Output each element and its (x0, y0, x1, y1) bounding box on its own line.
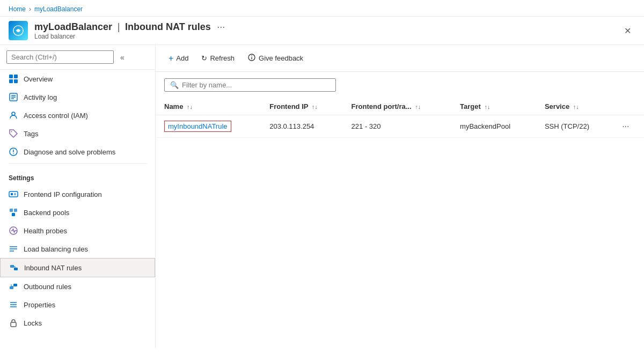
filter-input[interactable] (182, 81, 330, 89)
svg-point-1 (17, 29, 20, 32)
inbound-nat-icon (9, 263, 19, 272)
sidebar-item-diagnose-label: Diagnose and solve problems (24, 148, 115, 156)
activity-icon (9, 92, 18, 102)
sidebar-item-health-probes-label: Health probes (24, 227, 67, 235)
sidebar-item-locks-label: Locks (24, 319, 42, 327)
sidebar-item-inbound-nat[interactable]: Inbound NAT rules (0, 258, 155, 277)
sidebar-item-overview[interactable]: Overview (0, 70, 155, 88)
breadcrumb-home[interactable]: Home (9, 5, 26, 13)
table-body: myInboundNATrule 203.0.113.254 221 - 320… (156, 115, 644, 138)
sidebar-item-overview-label: Overview (24, 75, 53, 83)
access-icon (9, 110, 18, 120)
svg-rect-20 (12, 213, 15, 216)
breadcrumb-bar: Home › myLoadBalancer (0, 0, 644, 17)
nat-rule-link[interactable]: myInboundNATrule (164, 121, 231, 132)
svg-rect-16 (11, 193, 13, 195)
collapse-button[interactable]: « (117, 52, 128, 63)
sort-name-icon[interactable]: ↑↓ (187, 104, 193, 110)
sidebar-item-tags-label: Tags (24, 130, 38, 138)
cell-target: myBackendPool (451, 115, 536, 138)
svg-rect-32 (11, 322, 16, 327)
sidebar-search-row: « (0, 45, 155, 70)
resource-name: myLoadBalancer (34, 21, 112, 32)
add-button[interactable]: + Add (164, 51, 193, 66)
filter-search-icon: 🔍 (170, 81, 179, 89)
col-actions (613, 98, 644, 115)
col-service: Service ↑↓ (536, 98, 613, 115)
svg-rect-17 (14, 193, 16, 195)
sidebar-item-outbound-rules[interactable]: Outbound rules (0, 277, 155, 296)
add-icon: + (169, 54, 173, 63)
col-frontend-ip: Frontend IP ↑↓ (261, 98, 342, 115)
breadcrumb-resource[interactable]: myLoadBalancer (34, 5, 83, 13)
svg-rect-3 (14, 75, 18, 78)
sidebar-item-inbound-nat-label: Inbound NAT rules (24, 264, 82, 272)
sidebar-item-frontend-ip-label: Frontend IP configuration (24, 190, 102, 198)
svg-point-11 (11, 131, 12, 132)
backend-pools-icon (9, 208, 18, 217)
svg-rect-5 (14, 79, 18, 83)
add-label: Add (176, 54, 188, 62)
sidebar-item-properties[interactable]: Properties (0, 296, 155, 314)
refresh-label: Refresh (210, 54, 235, 62)
filter-input-wrapper[interactable]: 🔍 (164, 78, 336, 92)
sort-target-icon[interactable]: ↑↓ (484, 104, 490, 110)
table-header: Name ↑↓ Frontend IP ↑↓ Frontend port/ra.… (156, 98, 644, 115)
feedback-button[interactable]: Give feedback (243, 50, 308, 66)
feedback-label: Give feedback (259, 54, 303, 62)
sidebar-item-lb-rules[interactable]: Load balancing rules (0, 240, 155, 258)
feedback-icon (247, 53, 256, 63)
sidebar-item-properties-label: Properties (24, 301, 55, 309)
col-name: Name ↑↓ (156, 98, 261, 115)
svg-rect-19 (14, 209, 17, 212)
sidebar-item-health-probes[interactable]: Health probes (0, 222, 155, 240)
content-area: + Add ↻ Refresh Give feedback 🔍 (156, 45, 644, 348)
filter-row: 🔍 (156, 72, 644, 98)
cell-frontend-port: 221 - 320 (343, 115, 451, 138)
col-frontend-port: Frontend port/ra... ↑↓ (343, 98, 451, 115)
sidebar-item-frontend-ip[interactable]: Frontend IP configuration (0, 185, 155, 203)
refresh-button[interactable]: ↻ Refresh (197, 51, 239, 65)
sort-frontend-ip-icon[interactable]: ↑↓ (312, 104, 318, 110)
svg-rect-2 (9, 75, 13, 78)
sort-service-icon[interactable]: ↑↓ (573, 104, 579, 110)
close-button[interactable]: ✕ (620, 24, 635, 38)
header-left: myLoadBalancer | Inbound NAT rules ··· L… (9, 21, 225, 40)
resource-icon (9, 21, 28, 40)
frontend-ip-icon (9, 189, 18, 199)
sidebar-item-access-control[interactable]: Access control (IAM) (0, 106, 155, 124)
cell-row-actions: ··· (613, 115, 644, 138)
cell-service: SSH (TCP/22) (536, 115, 613, 138)
cell-name: myInboundNATrule (156, 115, 261, 138)
sidebar: « Overview Activity log Access control (… (0, 45, 156, 348)
outbound-rules-icon (9, 282, 18, 291)
health-probes-icon (9, 226, 18, 235)
sidebar-item-locks[interactable]: Locks (0, 314, 155, 332)
nat-rules-table: Name ↑↓ Frontend IP ↑↓ Frontend port/ra.… (156, 98, 644, 138)
sidebar-item-diagnose[interactable]: Diagnose and solve problems (0, 143, 155, 161)
sidebar-item-tags[interactable]: Tags (0, 124, 155, 143)
lb-rules-icon (9, 244, 18, 254)
sidebar-item-activity-log[interactable]: Activity log (0, 88, 155, 106)
sidebar-item-backend-pools-label: Backend pools (24, 209, 69, 217)
page-header: myLoadBalancer | Inbound NAT rules ··· L… (0, 17, 644, 45)
svg-rect-4 (9, 79, 13, 83)
sort-frontend-port-icon[interactable]: ↑↓ (415, 104, 421, 110)
sidebar-item-access-label: Access control (IAM) (24, 112, 88, 120)
row-more-options[interactable]: ··· (622, 122, 629, 131)
resource-type: Load balancer (34, 33, 225, 40)
settings-section-label: Settings (0, 166, 155, 185)
breadcrumb-separator: › (29, 5, 31, 13)
header-more-options[interactable]: ··· (217, 21, 225, 32)
sidebar-item-outbound-rules-label: Outbound rules (24, 283, 71, 291)
locks-icon (9, 318, 18, 328)
overview-icon (9, 74, 18, 84)
svg-rect-27 (10, 286, 13, 289)
cell-frontend-ip: 203.0.113.254 (261, 115, 342, 138)
page-title: Inbound NAT rules (125, 21, 211, 32)
svg-rect-15 (9, 191, 18, 197)
search-input[interactable] (6, 50, 114, 64)
diagnose-icon (9, 147, 18, 157)
sidebar-divider-settings (9, 163, 147, 164)
sidebar-item-backend-pools[interactable]: Backend pools (0, 203, 155, 222)
